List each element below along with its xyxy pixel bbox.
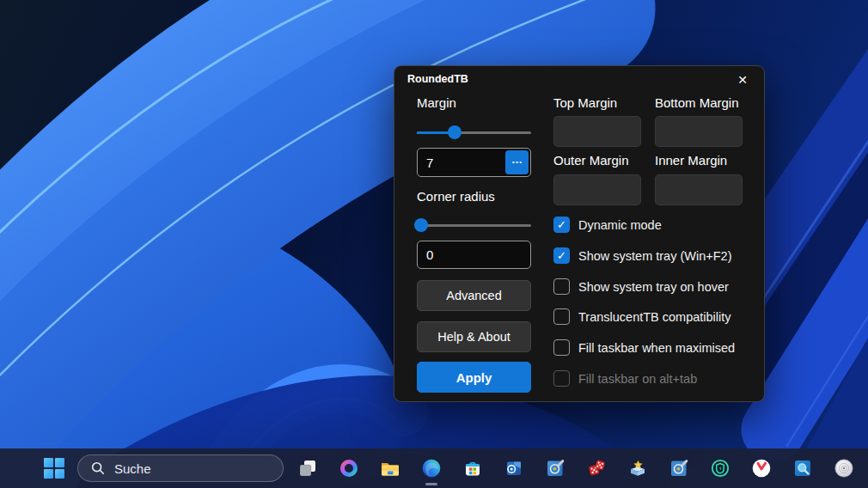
- slider-thumb[interactable]: [448, 125, 462, 139]
- start-button[interactable]: [42, 456, 66, 480]
- margin-slider[interactable]: [417, 125, 531, 139]
- checkbox-show-system-tray[interactable]: ✓ Show system tray (Win+F2): [553, 247, 731, 265]
- slider-track[interactable]: [417, 224, 531, 227]
- check-icon: ✓: [557, 250, 566, 261]
- box-star-icon[interactable]: [627, 457, 649, 479]
- margin-input-group: …: [417, 148, 531, 177]
- yandex-browser-icon[interactable]: [750, 457, 773, 479]
- corner-input-group: [417, 241, 531, 269]
- help-about-button[interactable]: Help & About: [417, 321, 531, 352]
- copilot-icon[interactable]: [338, 457, 360, 479]
- checkbox-label: Show system tray (Win+F2): [578, 249, 731, 263]
- top-margin-label: Top Margin: [553, 95, 617, 110]
- advanced-button[interactable]: Advanced: [417, 280, 531, 311]
- disc-burner-icon[interactable]: [833, 457, 855, 479]
- outer-margin-label: Outer Margin: [553, 153, 629, 168]
- checkbox-dynamic-mode[interactable]: ✓ Dynamic mode: [553, 216, 662, 234]
- help-about-label: Help & About: [437, 330, 510, 344]
- taskbar-icons: [296, 457, 855, 479]
- titlebar[interactable]: RoundedTB ✕: [394, 66, 764, 92]
- checkbox-label: TranslucentTB compatibility: [578, 310, 731, 324]
- bottom-margin-input[interactable]: [655, 116, 743, 147]
- checkbox-translucenttb[interactable]: ✓ TranslucentTB compatibility: [553, 308, 731, 326]
- task-view-icon[interactable]: [296, 457, 319, 479]
- top-margin-input[interactable]: [553, 116, 641, 147]
- corner-radius-slider[interactable]: [417, 218, 531, 232]
- margin-label: Margin: [417, 95, 456, 110]
- taskbar: Suche: [0, 448, 868, 488]
- inner-margin-input[interactable]: [655, 174, 743, 205]
- checkbox-box: ✓: [553, 370, 570, 387]
- microsoft-store-icon[interactable]: [462, 457, 484, 479]
- search-placeholder: Suche: [114, 461, 151, 476]
- checkbox-box[interactable]: ✓: [553, 247, 570, 264]
- outer-margin-input[interactable]: [553, 174, 641, 205]
- checkbox-fill-alttab: ✓ Fill taskbar on alt+tab: [553, 369, 697, 387]
- inner-margin-label: Inner Margin: [655, 153, 727, 168]
- advanced-label: Advanced: [446, 289, 502, 302]
- edge-icon[interactable]: [420, 457, 443, 479]
- check-icon: ✓: [557, 219, 566, 230]
- checkbox-label: Dynamic mode: [578, 218, 662, 232]
- checkbox-fill-maximised[interactable]: ✓ Fill taskbar when maximised: [553, 339, 735, 357]
- checkbox-label: Fill taskbar on alt+tab: [578, 372, 697, 386]
- bottom-margin-label: Bottom Margin: [655, 95, 739, 110]
- checkbox-label: Show system tray on hover: [578, 280, 729, 294]
- window-title: RoundedTB: [407, 73, 468, 85]
- file-explorer-icon[interactable]: [379, 457, 401, 479]
- outlook-icon[interactable]: [503, 457, 525, 479]
- cheat-engine-icon[interactable]: [544, 457, 566, 479]
- shield-security-icon[interactable]: [709, 457, 731, 479]
- roundedtb-window: RoundedTB ✕ Margin … Corner radius Advan…: [394, 65, 765, 402]
- cheat-engine-2-icon[interactable]: [668, 457, 690, 479]
- search-input[interactable]: Suche: [77, 454, 284, 482]
- apply-label: Apply: [456, 370, 492, 385]
- checkbox-box[interactable]: ✓: [553, 278, 570, 295]
- desktop: RoundedTB ✕ Margin … Corner radius Advan…: [0, 0, 868, 488]
- checkbox-box[interactable]: ✓: [553, 339, 570, 356]
- search-tool-icon[interactable]: [792, 457, 814, 479]
- checkbox-box[interactable]: ✓: [553, 308, 570, 325]
- close-icon: ✕: [737, 73, 748, 87]
- slider-thumb[interactable]: [414, 218, 428, 232]
- ellipsis-icon: …: [511, 156, 523, 164]
- close-button[interactable]: ✕: [733, 70, 752, 89]
- margin-more-button[interactable]: …: [505, 150, 529, 174]
- dice-game-icon[interactable]: [585, 457, 608, 479]
- search-icon: [90, 461, 106, 476]
- running-indicator: [425, 483, 437, 485]
- apply-button[interactable]: Apply: [417, 362, 531, 393]
- checkbox-tray-on-hover[interactable]: ✓ Show system tray on hover: [553, 278, 729, 296]
- corner-radius-input[interactable]: [417, 241, 531, 269]
- checkbox-label: Fill taskbar when maximised: [578, 341, 735, 355]
- checkbox-box[interactable]: ✓: [553, 217, 570, 233]
- windows-logo-icon: [43, 457, 65, 479]
- corner-radius-label: Corner radius: [417, 189, 495, 204]
